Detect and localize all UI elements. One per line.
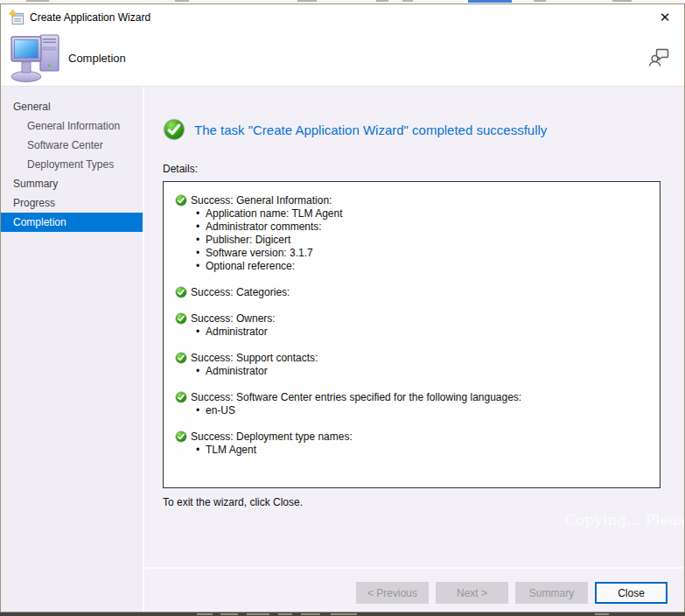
background-text-fragment xyxy=(612,0,632,2)
close-window-button[interactable]: ✕ xyxy=(655,8,675,27)
summary-button: Summary xyxy=(515,582,588,604)
next-button: Next > xyxy=(436,582,508,604)
details-label: Details: xyxy=(163,163,198,175)
wizard-header: Completion xyxy=(1,30,684,87)
sidebar-item-progress[interactable]: Progress xyxy=(1,193,143,213)
success-check-icon xyxy=(175,194,187,206)
success-check-icon xyxy=(175,352,187,364)
details-box: Success: General Information:•Applicatio… xyxy=(163,181,661,488)
details-bullet-item: •TLM Agent xyxy=(196,444,651,457)
sidebar-item-general-information[interactable]: General Information xyxy=(1,116,143,136)
details-bullet-item: •Administrator xyxy=(196,365,651,378)
details-bullet-item: •Software version: 3.1.7 xyxy=(196,247,651,260)
watermark-text: Copying... Please try xyxy=(564,511,684,528)
sidebar-item-software-center[interactable]: Software Center xyxy=(1,136,143,155)
status-row: The task "Create Application Wizard" com… xyxy=(163,118,547,141)
details-group: Success: General Information:•Applicatio… xyxy=(175,193,651,273)
background-text-fragment xyxy=(278,613,292,615)
feedback-button[interactable] xyxy=(647,45,671,69)
details-bullet-item: •en-US xyxy=(196,404,651,417)
background-text-fragment xyxy=(595,613,609,615)
completion-page: The task "Create Application Wizard" com… xyxy=(144,87,684,612)
background-text-fragment xyxy=(297,0,317,2)
details-bullet-item: •Administrator comments: xyxy=(196,220,651,234)
titlebar: Create Application Wizard ✕ xyxy=(1,4,684,30)
details-group-label: Success: Support contacts: xyxy=(191,351,318,365)
background-text-fragment xyxy=(402,0,413,2)
success-check-icon xyxy=(163,118,185,141)
background-text-fragment xyxy=(175,0,189,2)
computer-workstation-icon xyxy=(10,31,65,83)
details-group-label: Success: Deployment type names: xyxy=(191,430,353,444)
details-bullet-item: •Optional reference: xyxy=(196,260,651,273)
person-feedback-icon xyxy=(647,45,670,67)
sidebar-item-deployment-types[interactable]: Deployment Types xyxy=(1,155,143,174)
details-group: Success: Owners:•Administrator xyxy=(175,312,651,339)
details-group: Success: Software Center entries specifi… xyxy=(175,390,651,417)
sidebar-item-general[interactable]: General xyxy=(1,97,143,116)
details-bullet-item: •Administrator xyxy=(196,326,651,339)
previous-button: < Previous xyxy=(356,582,429,604)
success-check-icon xyxy=(175,430,187,443)
success-check-icon xyxy=(175,286,187,298)
details-group: Success: Deployment type names:•TLM Agen… xyxy=(175,430,651,457)
create-application-wizard-dialog: Create Application Wizard ✕ Completion xyxy=(0,4,685,612)
background-text-fragment xyxy=(331,613,357,615)
background-text-fragment xyxy=(220,613,238,615)
close-button[interactable]: Close xyxy=(595,582,668,604)
details-group-label: Success: Categories: xyxy=(191,285,290,299)
footer-divider xyxy=(144,567,684,569)
background-text-fragment xyxy=(247,613,269,615)
background-tab-indicator xyxy=(468,0,512,3)
close-icon: ✕ xyxy=(660,10,671,24)
window-title: Create Application Wizard xyxy=(30,11,150,24)
status-heading: The task "Create Application Wizard" com… xyxy=(194,122,547,137)
wizard-body: GeneralGeneral InformationSoftware Cente… xyxy=(1,87,684,612)
sidebar-nav: GeneralGeneral InformationSoftware Cente… xyxy=(1,87,144,612)
details-group-label: Success: General Information: xyxy=(191,193,332,207)
sidebar-item-completion[interactable]: Completion xyxy=(1,213,143,232)
details-group: Success: Support contacts:•Administrator xyxy=(175,351,651,378)
background-text-fragment xyxy=(376,0,388,2)
success-check-icon xyxy=(175,391,187,403)
success-check-icon xyxy=(175,312,187,325)
details-group-label: Success: Owners: xyxy=(191,312,276,326)
background-text-fragment xyxy=(301,613,320,615)
sidebar-item-summary[interactable]: Summary xyxy=(1,174,143,193)
details-group-label: Success: Software Center entries specifi… xyxy=(191,390,521,404)
details-bullet-item: •Publisher: Digicert xyxy=(196,234,651,247)
footer-buttons: < PreviousNext >SummaryClose xyxy=(356,582,668,604)
exit-hint: To exit the wizard, click Close. xyxy=(163,496,303,508)
status-success-icon-holder xyxy=(163,118,194,141)
page-title: Completion xyxy=(68,52,126,65)
details-bullet-item: •Application name: TLM Agent xyxy=(196,207,651,220)
wizard-window-icon xyxy=(9,10,24,25)
details-group: Success: Categories: xyxy=(175,285,651,299)
background-text-fragment xyxy=(197,613,213,615)
background-bottom-strip xyxy=(0,612,685,616)
background-text-fragment xyxy=(534,0,546,2)
background-text-fragment xyxy=(26,0,49,2)
